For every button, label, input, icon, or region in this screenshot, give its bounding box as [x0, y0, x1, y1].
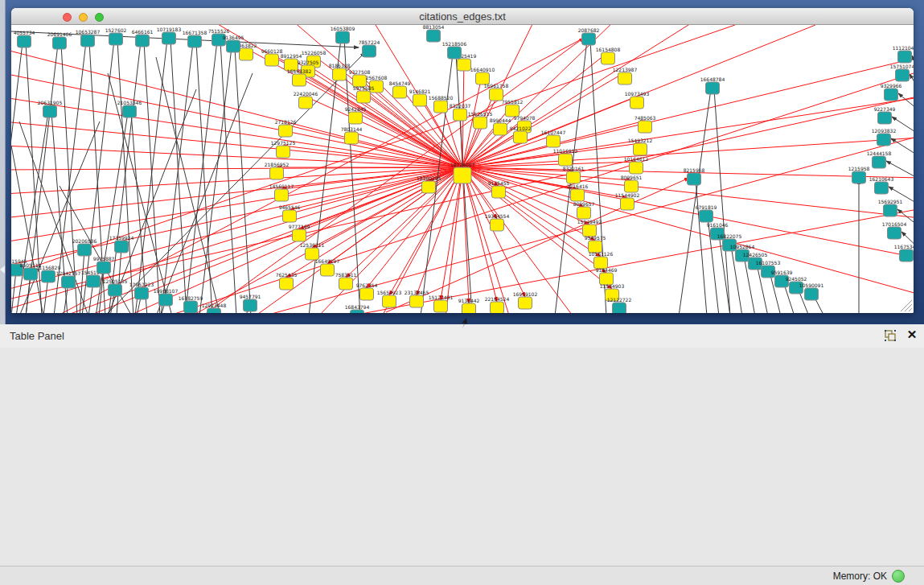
graph-node[interactable]	[492, 186, 506, 198]
graph-node[interactable]	[18, 35, 31, 47]
graph-node[interactable]	[283, 210, 297, 222]
graph-node[interactable]	[265, 54, 279, 66]
graph-node[interactable]	[454, 167, 471, 183]
red-edge[interactable]	[462, 162, 636, 167]
black-edge[interactable]	[220, 41, 236, 313]
graph-node[interactable]	[383, 295, 396, 307]
graph-node[interactable]	[559, 154, 573, 166]
graph-node[interactable]	[567, 171, 581, 183]
graph-node[interactable]	[494, 123, 507, 135]
graph-node[interactable]	[706, 82, 720, 94]
red-edge[interactable]	[11, 146, 462, 167]
close-panel-icon[interactable]: ✕	[906, 328, 918, 341]
graph-node[interactable]	[885, 89, 898, 101]
black-edge[interactable]	[196, 43, 212, 313]
collapse-arrow-icon[interactable]	[0, 266, 5, 274]
graph-node[interactable]	[878, 112, 892, 124]
graph-node[interactable]	[474, 117, 487, 129]
graph-node[interactable]	[321, 264, 335, 276]
graph-node[interactable]	[357, 91, 371, 103]
graph-node[interactable]	[427, 30, 441, 42]
graph-node[interactable]	[43, 105, 57, 117]
black-edge[interactable]	[144, 42, 160, 313]
graph-node[interactable]	[53, 37, 67, 49]
graph-node[interactable]	[184, 301, 198, 313]
network-canvas[interactable]: 1872400774638229660128891295415226058932…	[11, 25, 914, 313]
red-edge[interactable]	[462, 138, 914, 167]
graph-node[interactable]	[621, 198, 634, 210]
red-edge[interactable]	[446, 167, 462, 313]
graph-node[interactable]	[602, 52, 615, 64]
graph-node[interactable]	[299, 97, 313, 109]
graph-node[interactable]	[293, 229, 306, 241]
red-edge[interactable]	[462, 167, 914, 295]
graph-node[interactable]	[78, 244, 92, 256]
graph-node[interactable]	[884, 204, 897, 216]
graph-node[interactable]	[422, 181, 436, 193]
graph-node[interactable]	[333, 68, 347, 80]
graph-node[interactable]	[363, 45, 376, 57]
graph-node[interactable]	[277, 146, 290, 158]
graph-node[interactable]	[360, 288, 374, 300]
red-edge[interactable]	[11, 97, 914, 299]
graph-node[interactable]	[393, 86, 407, 98]
graph-node[interactable]	[434, 300, 448, 312]
graph-node[interactable]	[336, 31, 350, 43]
graph-node[interactable]	[159, 294, 173, 306]
black-edge[interactable]	[185, 41, 217, 313]
graph-node[interactable]	[115, 241, 129, 253]
graph-node[interactable]	[270, 167, 284, 179]
graph-node[interactable]	[244, 299, 257, 311]
graph-node[interactable]	[109, 284, 122, 296]
graph-node[interactable]	[227, 40, 240, 52]
red-edge[interactable]	[308, 65, 462, 167]
memory-status-dot[interactable]	[892, 570, 905, 583]
graph-node[interactable]	[491, 219, 504, 231]
black-edge[interactable]	[714, 89, 730, 313]
black-edge[interactable]	[170, 39, 187, 313]
graph-node[interactable]	[351, 310, 364, 313]
graph-node[interactable]	[62, 276, 76, 288]
graph-node[interactable]	[97, 262, 111, 274]
graph-node[interactable]	[280, 278, 294, 290]
graph-node[interactable]	[188, 35, 202, 47]
graph-node[interactable]	[293, 74, 306, 86]
graph-node[interactable]	[639, 121, 652, 133]
graph-node[interactable]	[345, 132, 359, 144]
graph-node[interactable]	[42, 270, 55, 282]
graph-node[interactable]	[275, 189, 289, 201]
graph-node[interactable]	[877, 134, 891, 146]
graph-node[interactable]	[630, 97, 644, 109]
black-edge[interactable]	[161, 43, 193, 313]
graph-node[interactable]	[87, 275, 101, 287]
float-window-icon[interactable]	[884, 329, 897, 342]
red-edge[interactable]	[462, 25, 614, 167]
graph-node[interactable]	[896, 69, 910, 81]
graph-node[interactable]	[582, 33, 596, 45]
graph-node[interactable]	[434, 101, 448, 113]
graph-node[interactable]	[207, 308, 221, 313]
graph-node[interactable]	[135, 287, 149, 299]
graph-node[interactable]	[136, 35, 150, 47]
graph-node[interactable]	[613, 303, 626, 313]
graph-node[interactable]	[240, 48, 253, 60]
graph-node[interactable]	[349, 112, 363, 124]
graph-node[interactable]	[577, 207, 591, 219]
graph-node[interactable]	[630, 162, 643, 174]
panel-divider[interactable]	[0, 0, 6, 324]
graph-node[interactable]	[339, 278, 353, 290]
network-view[interactable]: 1872400774638229660128891295415226058932…	[11, 25, 914, 313]
graph-node[interactable]	[162, 32, 176, 44]
graph-node[interactable]	[618, 72, 632, 84]
graph-node[interactable]	[805, 288, 819, 300]
graph-node[interactable]	[625, 180, 639, 192]
graph-node[interactable]	[700, 210, 713, 222]
graph-node[interactable]	[514, 131, 528, 143]
black-edge[interactable]	[910, 74, 914, 93]
graph-node[interactable]	[634, 143, 647, 155]
graph-node[interactable]	[279, 125, 293, 137]
graph-node[interactable]	[491, 302, 504, 313]
black-edge[interactable]	[11, 146, 43, 313]
graph-node[interactable]	[109, 33, 123, 45]
graph-node[interactable]	[454, 109, 467, 121]
